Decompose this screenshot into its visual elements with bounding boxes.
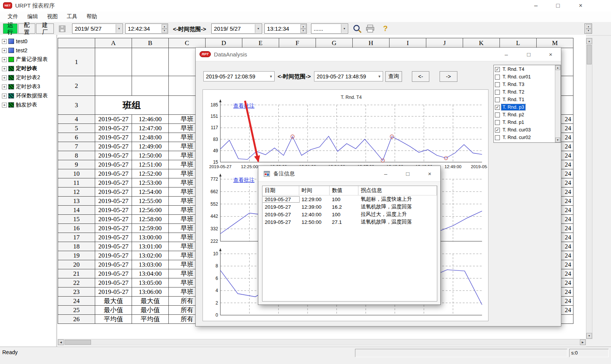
column-header[interactable]: L (500, 38, 537, 48)
note-row[interactable]: 2019-05-2712:40:00100拉风过大，温度上升 (262, 211, 437, 218)
filter-combobox[interactable]: ...... ▼ (311, 23, 348, 34)
cell-date[interactable]: 2019-05-27 (95, 269, 132, 278)
dropdown-icon[interactable]: ▼ (269, 75, 273, 78)
group-header-cell[interactable]: 班组 (95, 96, 169, 115)
cell-date[interactable]: 2019-05-27 (95, 178, 132, 187)
cell-time[interactable]: 12:49:00 (132, 142, 169, 151)
dialog-title-bar[interactable]: RPT DataAnalysis – □ × (196, 48, 561, 61)
note-title-bar[interactable]: 备注信息 – □ × (258, 166, 440, 182)
checkbox[interactable]: ✓ (495, 128, 500, 133)
checkbox[interactable] (495, 82, 500, 87)
cell-date[interactable]: 平均值 (95, 315, 132, 324)
cell-date[interactable]: 2019-05-27 (95, 233, 132, 242)
cell-time[interactable]: 13:06:00 (132, 287, 169, 297)
cell-date[interactable]: 2019-05-27 (95, 124, 132, 133)
cell-date[interactable]: 2019-05-27 (95, 206, 132, 215)
time-from-spinner[interactable]: 12:42:34 ▲▼ (125, 23, 168, 34)
column-header[interactable]: M (537, 38, 573, 48)
note-row[interactable]: 2019-05-2712:29:00100氧超标，温度快速上升 (262, 195, 437, 203)
tree-item[interactable]: +test0 (0, 37, 56, 46)
analysis-from-combobox[interactable]: 2019-05-27 12:08:59 ▼ (203, 71, 275, 81)
cell-time[interactable]: 12:58:00 (132, 215, 169, 224)
cell-time[interactable]: 13:03:00 (132, 260, 169, 269)
cell[interactable] (95, 48, 132, 76)
cell-date[interactable]: 2019-05-27 (95, 242, 132, 251)
column-header[interactable]: G (316, 38, 353, 48)
column-header[interactable]: K (463, 38, 500, 48)
date-to-combobox[interactable]: 2019/ 5/27 ▼ (211, 23, 262, 34)
maximize-icon[interactable]: □ (551, 1, 564, 11)
next-button[interactable]: -> (440, 71, 457, 82)
checkbox[interactable] (495, 90, 500, 95)
cell-date[interactable]: 2019-05-27 (95, 133, 132, 142)
series-item[interactable]: T. Rnd. T1 (494, 96, 554, 103)
cell-time[interactable]: 13:00:00 (132, 233, 169, 242)
scroll-up-icon[interactable]: ▲ (586, 38, 592, 44)
row-header[interactable]: 19 (58, 251, 95, 260)
series-item[interactable]: ✓T. Rnd. p3 (494, 103, 554, 111)
row-header[interactable]: 26 (58, 315, 95, 324)
row-header[interactable]: 13 (58, 197, 95, 206)
column-header[interactable]: F (279, 38, 316, 48)
save-icon[interactable] (57, 23, 68, 34)
tree-item[interactable]: +定时抄表2 (0, 73, 56, 82)
menu-item[interactable]: 文件 (3, 12, 23, 21)
checkbox[interactable]: ✓ (495, 67, 500, 72)
tree-item[interactable]: +test2 (0, 46, 56, 55)
cell-date[interactable]: 2019-05-27 (95, 169, 132, 178)
spin-up-icon[interactable]: ▲ (162, 24, 167, 29)
column-header[interactable]: I (390, 38, 426, 48)
print-icon[interactable] (365, 23, 375, 34)
column-header[interactable]: H (353, 38, 390, 48)
row-header[interactable]: 5 (58, 124, 95, 133)
cell-time[interactable]: 12:54:00 (132, 187, 169, 197)
search-icon[interactable] (352, 23, 363, 34)
tree-item[interactable]: +触发抄表 (0, 100, 56, 109)
expand-plus-icon[interactable]: + (2, 57, 7, 62)
scroll-down-icon[interactable]: ▼ (586, 333, 592, 339)
build-button[interactable]: 建厂 (36, 23, 54, 34)
cell-date[interactable]: 2019-05-27 (95, 260, 132, 269)
cell-time[interactable]: 12:51:00 (132, 160, 169, 169)
row-header[interactable]: 3 (58, 96, 95, 115)
cell-date[interactable]: 2019-05-27 (95, 224, 132, 233)
row-header[interactable]: 15 (58, 215, 95, 224)
cell-date[interactable]: 2019-05-27 (95, 287, 132, 297)
toolbar-spinner[interactable]: ▲▼ (584, 23, 592, 34)
row-header[interactable]: 10 (58, 169, 95, 178)
row-header[interactable]: 6 (58, 133, 95, 142)
prev-button[interactable]: <- (412, 71, 429, 82)
cell-date[interactable]: 2019-05-27 (95, 142, 132, 151)
menu-item[interactable]: 工具 (62, 12, 82, 21)
checkbox[interactable] (495, 135, 500, 140)
menu-item[interactable]: 编辑 (23, 12, 42, 21)
view-notes-link-1[interactable]: 查看批注 (233, 103, 254, 109)
row-header[interactable]: 16 (58, 224, 95, 233)
column-header[interactable]: E (242, 38, 279, 48)
series-item[interactable]: T. Rnd. T2 (494, 88, 554, 96)
row-header[interactable]: 8 (58, 151, 95, 160)
scroll-down-icon[interactable]: ▼ (555, 137, 560, 142)
row-header[interactable]: 2 (58, 76, 95, 96)
dropdown-icon[interactable]: ▼ (116, 24, 122, 33)
series-item[interactable]: T. Rnd. cur02 (494, 134, 554, 141)
dropdown-icon[interactable]: ▼ (378, 75, 381, 78)
row-header[interactable]: 21 (58, 269, 95, 278)
spin-down-icon[interactable]: ▼ (586, 29, 591, 33)
row-header[interactable]: 20 (58, 260, 95, 269)
cell-time[interactable]: 12:50:00 (132, 151, 169, 160)
cell-date[interactable]: 2019-05-27 (95, 187, 132, 197)
close-icon[interactable]: × (424, 169, 436, 179)
checkbox[interactable] (495, 97, 500, 102)
note-column-header[interactable]: 时间 (299, 186, 330, 195)
minimize-icon[interactable]: – (500, 50, 512, 59)
checkbox[interactable] (495, 120, 500, 125)
minimize-icon[interactable]: – (380, 169, 392, 179)
series-item[interactable]: T. Rnd. p1 (494, 119, 554, 126)
row-header[interactable]: 25 (58, 306, 95, 315)
run-button[interactable]: 运行 (3, 23, 17, 34)
cell[interactable] (132, 48, 169, 76)
query-button[interactable]: 查询 (385, 71, 402, 82)
listbox-scrollbar[interactable]: ▲ ▼ (555, 65, 561, 142)
series-item[interactable]: T. Rnd. p2 (494, 111, 554, 119)
